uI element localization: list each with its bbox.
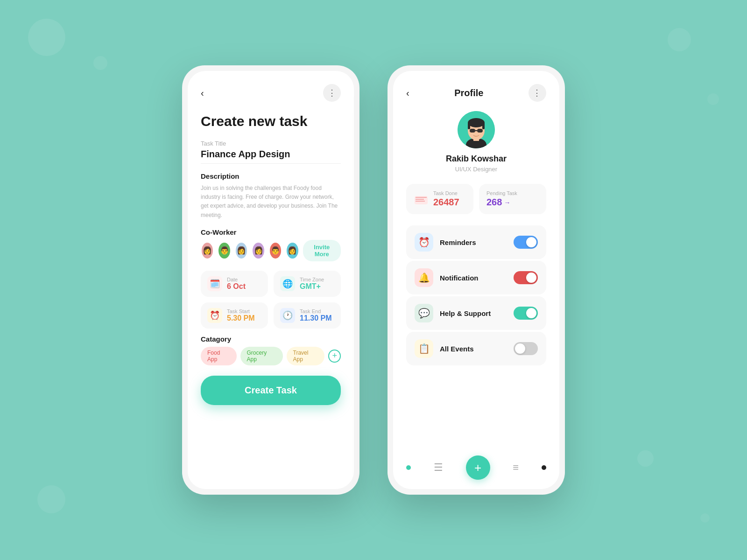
help-support-icon-wrap: 💬 bbox=[415, 304, 433, 322]
date-value: 6 Oct bbox=[227, 282, 246, 291]
settings-list: ⏰ Reminders 🔔 Notification bbox=[406, 225, 546, 365]
reminders-icon: ⏰ bbox=[418, 237, 430, 248]
profile-more-options-button[interactable]: ⋮ bbox=[529, 84, 546, 102]
nav-profile-dot[interactable] bbox=[542, 465, 546, 470]
avatar-1: 👩 bbox=[201, 242, 214, 259]
all-events-icon: 📋 bbox=[418, 343, 430, 354]
task-done-label: Task Done bbox=[433, 190, 459, 196]
profile-back-button[interactable]: ‹ bbox=[406, 88, 409, 98]
task-title-value: Finance App Design bbox=[201, 149, 341, 164]
left-phone-header: ‹ ⋮ bbox=[201, 84, 341, 102]
svg-rect-12 bbox=[416, 199, 424, 200]
notification-toggle[interactable] bbox=[514, 271, 538, 284]
task-done-card: Task Done 26487 bbox=[406, 184, 473, 214]
task-end-icon: 🕐 bbox=[280, 308, 295, 323]
help-support-icon: 💬 bbox=[418, 308, 430, 319]
timezone-value: GMT+ bbox=[300, 282, 324, 291]
svg-rect-11 bbox=[416, 197, 427, 198]
right-phone-header: ‹ Profile ⋮ bbox=[406, 84, 546, 102]
reminders-icon-wrap: ⏰ bbox=[415, 233, 433, 252]
task-start-icon: ⏰ bbox=[207, 308, 222, 323]
pending-arrow-icon: → bbox=[504, 199, 510, 206]
task-title-label: Task Title bbox=[201, 140, 341, 147]
avatar-3: 👩 bbox=[235, 242, 248, 259]
task-done-icon bbox=[414, 192, 429, 207]
avatar-4: 👩 bbox=[252, 242, 265, 259]
task-end-value: 11.30 PM bbox=[300, 314, 331, 322]
pending-task-value: 268 bbox=[486, 197, 502, 208]
profile-name: Rakib Kowshar bbox=[446, 154, 507, 164]
profile-title: Profile bbox=[454, 88, 483, 98]
category-tags: Food App Grocery App Travel App + bbox=[201, 347, 341, 365]
task-start-value: 5.30 PM bbox=[227, 314, 255, 322]
help-support-label: Help & Support bbox=[440, 309, 507, 317]
nav-fab-button[interactable]: + bbox=[466, 455, 490, 480]
notification-label: Notification bbox=[440, 274, 507, 282]
back-button[interactable]: ‹ bbox=[201, 88, 204, 98]
notification-icon-wrap: 🔔 bbox=[415, 268, 433, 287]
avatar-6: 👩 bbox=[286, 242, 299, 259]
description-label: Description bbox=[201, 172, 341, 180]
reminders-label: Reminders bbox=[440, 238, 507, 246]
page-title: Create new task bbox=[201, 113, 341, 130]
task-end-label: Task End bbox=[300, 308, 331, 314]
phones-container: ‹ ⋮ Create new task Task Title Finance A… bbox=[182, 65, 565, 495]
tag-grocery[interactable]: Grocery App bbox=[240, 347, 283, 365]
left-phone: ‹ ⋮ Create new task Task Title Finance A… bbox=[182, 65, 359, 495]
avatar-5: 👨 bbox=[269, 242, 282, 259]
invite-more-button[interactable]: Invite More bbox=[303, 240, 341, 261]
profile-avatar bbox=[458, 111, 495, 148]
category-section: Catagory Food App Grocery App Travel App… bbox=[201, 335, 341, 365]
tag-food[interactable]: Food App bbox=[201, 347, 237, 365]
profile-role: UI/UX Designer bbox=[455, 166, 497, 173]
profile-avatar-section: Rakib Kowshar UI/UX Designer bbox=[406, 111, 546, 173]
coworker-avatars: 👩 👨 👩 👩 👨 👩 Invite More bbox=[201, 240, 341, 261]
timezone-icon: 🌐 bbox=[280, 276, 295, 291]
date-card[interactable]: 🗓️ Date 6 Oct bbox=[201, 271, 268, 297]
svg-rect-6 bbox=[482, 123, 485, 129]
reminders-toggle[interactable] bbox=[514, 236, 538, 249]
svg-rect-8 bbox=[477, 129, 483, 133]
task-start-card[interactable]: ⏰ Task Start 5.30 PM bbox=[201, 302, 268, 329]
more-options-button[interactable]: ⋮ bbox=[323, 84, 341, 102]
all-events-toggle[interactable] bbox=[514, 342, 538, 355]
task-start-label: Task Start bbox=[227, 308, 255, 314]
create-task-button[interactable]: Create Task bbox=[201, 376, 341, 405]
timezone-card[interactable]: 🌐 Time Zone GMT+ bbox=[274, 271, 341, 297]
avatar-svg bbox=[458, 111, 495, 148]
help-support-row: 💬 Help & Support bbox=[406, 296, 546, 330]
date-label: Date bbox=[227, 277, 246, 282]
tag-travel[interactable]: Travel App bbox=[287, 347, 325, 365]
right-phone: ‹ Profile ⋮ bbox=[388, 65, 565, 495]
category-label: Catagory bbox=[201, 335, 341, 343]
add-tag-button[interactable]: + bbox=[328, 350, 341, 363]
svg-rect-7 bbox=[470, 129, 475, 133]
nav-menu-icon[interactable]: ☰ bbox=[434, 462, 443, 474]
task-end-card[interactable]: 🕐 Task End 11.30 PM bbox=[274, 302, 341, 329]
coworker-label: Co-Worker bbox=[201, 228, 341, 236]
svg-rect-13 bbox=[416, 201, 425, 202]
svg-point-4 bbox=[468, 118, 485, 127]
all-events-icon-wrap: 📋 bbox=[415, 339, 433, 358]
nav-list-icon[interactable]: ≡ bbox=[513, 462, 519, 474]
nav-home-dot[interactable] bbox=[406, 465, 411, 470]
date-time-grid: 🗓️ Date 6 Oct 🌐 Time Zone GMT+ ⏰ bbox=[201, 271, 341, 329]
timezone-label: Time Zone bbox=[300, 277, 324, 282]
coworker-section: Co-Worker 👩 👨 👩 👩 👨 👩 Invite More bbox=[201, 228, 341, 261]
task-done-value: 26487 bbox=[433, 197, 459, 208]
bottom-nav: ☰ + ≡ bbox=[406, 455, 546, 480]
avatar-2: 👨 bbox=[218, 242, 231, 259]
all-events-row: 📋 All Events bbox=[406, 332, 546, 365]
all-events-label: All Events bbox=[440, 345, 507, 353]
notification-icon: 🔔 bbox=[418, 272, 430, 283]
reminders-row: ⏰ Reminders bbox=[406, 225, 546, 259]
stats-row: Task Done 26487 Pending Task 268 → bbox=[406, 184, 546, 214]
notification-row: 🔔 Notification bbox=[406, 261, 546, 294]
description-text: Join us in solving the challenges that F… bbox=[201, 184, 341, 220]
pending-task-label: Pending Task bbox=[486, 190, 517, 196]
date-icon: 🗓️ bbox=[207, 276, 222, 291]
svg-rect-5 bbox=[468, 123, 470, 129]
pending-task-card: Pending Task 268 → bbox=[479, 184, 546, 214]
help-support-toggle[interactable] bbox=[514, 307, 538, 320]
